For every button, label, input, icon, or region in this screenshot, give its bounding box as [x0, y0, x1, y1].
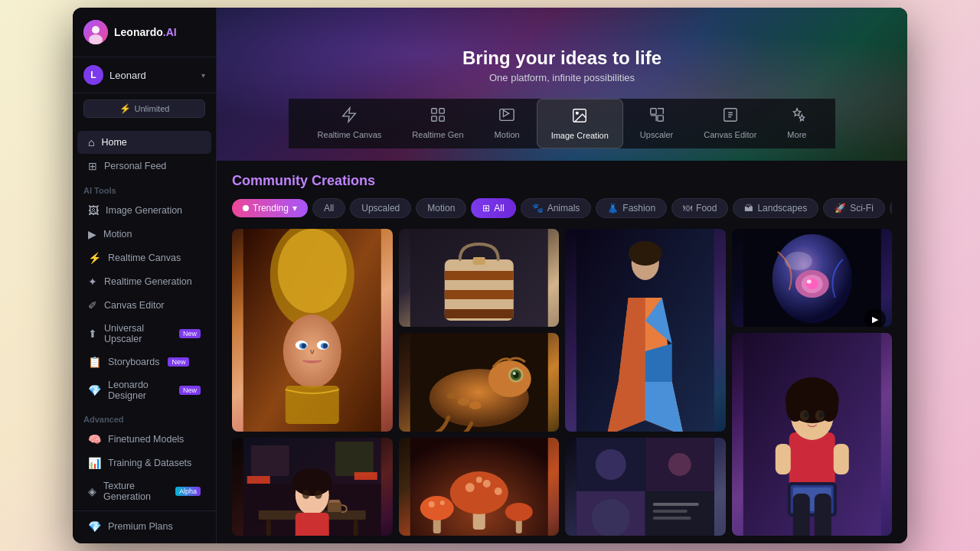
image-card-warrior[interactable]: [232, 229, 393, 432]
tab-motion[interactable]: Motion: [481, 99, 534, 148]
tab-more[interactable]: More: [773, 99, 820, 148]
sidebar-item-motion[interactable]: ▶ Motion: [77, 223, 211, 246]
svg-rect-80: [335, 442, 374, 476]
svg-point-49: [469, 402, 481, 409]
new-badge: New: [179, 329, 201, 338]
community-header: Community Creations: [232, 161, 892, 198]
trending-label: Trending: [253, 203, 289, 214]
plan-badge: ⚡ Unlimited: [83, 99, 205, 118]
svg-rect-82: [354, 472, 377, 480]
grid-icon: ⊞: [88, 160, 97, 172]
image-card-dress[interactable]: [565, 229, 726, 432]
ai-tools-title: AI Tools: [73, 178, 216, 198]
tab-label: Upscaler: [640, 130, 673, 139]
advanced-title: Advanced: [73, 407, 216, 427]
image-creation-icon: [571, 107, 588, 128]
sidebar-item-api-access[interactable]: 🔌 API Access: [77, 539, 211, 543]
svg-point-35: [784, 252, 812, 270]
sidebar-item-label: Personal Feed: [104, 161, 166, 171]
user-section[interactable]: L Leonard ▾: [73, 57, 216, 93]
all-default-filter[interactable]: All: [312, 198, 345, 218]
community-section: Community Creations Trending ▾ All Upsca…: [217, 161, 907, 543]
hero-section: Bring your ideas to life One platform, i…: [217, 8, 907, 161]
svg-point-97: [449, 471, 508, 514]
image-card-mushroom[interactable]: [399, 438, 560, 536]
svg-point-104: [668, 453, 691, 476]
sidebar-item-image-generation[interactable]: 🖼 Image Generation: [77, 199, 211, 222]
home-icon: ⌂: [88, 136, 94, 148]
tab-label: More: [787, 130, 806, 139]
svg-rect-10: [650, 109, 655, 114]
new-badge-storyboards: New: [168, 357, 189, 367]
image-card-anime-girl[interactable]: [732, 333, 893, 536]
image-card-bag[interactable]: [399, 229, 560, 327]
sidebar-item-texture-generation[interactable]: ◈ Texture Generation Alpha: [77, 475, 211, 507]
landscapes-filter[interactable]: 🏔 Landscapes: [733, 198, 818, 218]
sidebar-item-leonardo-designer[interactable]: 💎 Leonardo Designer New: [77, 374, 211, 406]
svg-point-76: [315, 490, 322, 499]
food-filter[interactable]: 🍽 Food: [671, 198, 728, 218]
sidebar-item-training-datasets[interactable]: 📊 Training & Datasets: [77, 452, 211, 474]
svg-point-47: [457, 398, 469, 406]
dataset-icon: 📊: [88, 457, 101, 469]
trending-filter[interactable]: Trending ▾: [232, 199, 308, 217]
play-button[interactable]: ▶: [864, 308, 886, 327]
sidebar-item-premium-plans[interactable]: 💎 Premium Plans: [77, 515, 211, 538]
tab-realtime-gen[interactable]: Realtime Gen: [398, 99, 477, 148]
svg-rect-66: [814, 494, 831, 536]
community-title-prefix: Community: [232, 173, 308, 188]
sidebar-item-home[interactable]: ⌂ Home: [77, 131, 211, 154]
community-title: Community Creations: [232, 173, 375, 189]
tab-image-creation[interactable]: Image Creation: [537, 99, 623, 148]
sci-fi-filter[interactable]: 🚀 Sci-Fi: [823, 198, 885, 218]
new-badge-designer: New: [179, 386, 201, 395]
plan-label: Unlimited: [135, 104, 170, 113]
tab-label: Realtime Gen: [412, 130, 463, 139]
sidebar-item-realtime-canvas[interactable]: ⚡ Realtime Canvas: [77, 246, 211, 269]
sidebar-item-personal-feed[interactable]: ⊞ Personal Feed: [77, 155, 211, 178]
fashion-icon: 👗: [607, 203, 619, 214]
svg-rect-3: [432, 109, 436, 113]
svg-rect-79: [251, 445, 289, 476]
image-card-bottom-right[interactable]: [565, 438, 726, 536]
svg-point-95: [505, 503, 532, 521]
image-card-digital-character[interactable]: [232, 438, 393, 536]
sidebar-item-label: Finetuned Models: [108, 434, 184, 445]
tab-realtime-canvas[interactable]: Realtime Canvas: [304, 99, 396, 148]
svg-point-1: [92, 26, 100, 34]
upscaler-icon: ⬆: [88, 328, 97, 340]
trending-chevron: ▾: [292, 203, 297, 214]
upscaler-tab-icon: [648, 106, 665, 127]
sidebar-item-storyboards[interactable]: 📋 Storyboards New: [77, 350, 211, 373]
svg-point-21: [302, 344, 306, 348]
vehicles-filter[interactable]: 🚗 Veh...: [890, 198, 892, 218]
tab-upscaler[interactable]: Upscaler: [626, 99, 687, 148]
upscaled-filter[interactable]: Upscaled: [350, 198, 411, 218]
animals-label: Animals: [547, 203, 580, 214]
sidebar-item-universal-upscaler[interactable]: ⬆ Universal Upscaler New: [77, 318, 211, 350]
svg-rect-61: [833, 444, 848, 474]
sidebar-item-label: Universal Upscaler: [104, 323, 171, 344]
sidebar-item-realtime-generation[interactable]: ✦ Realtime Generation: [77, 270, 211, 293]
image-card-3d-object[interactable]: ▶: [732, 229, 893, 327]
svg-point-46: [512, 372, 515, 375]
gen-icon: ✦: [88, 276, 97, 288]
logo-area: Leonardo.AI: [73, 8, 216, 57]
motion-filter[interactable]: Motion: [416, 198, 466, 218]
landscapes-icon: 🏔: [744, 203, 753, 214]
sidebar-item-finetuned-models[interactable]: 🧠 Finetuned Models: [77, 428, 211, 451]
fashion-filter[interactable]: 👗 Fashion: [596, 198, 667, 218]
svg-point-22: [323, 344, 328, 348]
animals-filter[interactable]: 🐾 Animals: [521, 198, 592, 218]
tab-label: Realtime Canvas: [318, 130, 382, 139]
image-card-chameleon[interactable]: [399, 333, 560, 431]
sidebar-item-label: Image Generation: [106, 205, 182, 216]
food-icon: 🍽: [683, 203, 692, 214]
sidebar-nav: ⌂ Home ⊞ Personal Feed AI Tools 🖼 Image …: [73, 124, 216, 543]
svg-point-15: [278, 229, 347, 313]
all-active-filter[interactable]: ⊞ All: [471, 198, 515, 218]
more-icon: [789, 106, 805, 127]
tab-canvas-editor[interactable]: Canvas Editor: [690, 99, 770, 148]
sidebar-item-canvas-editor[interactable]: ✐ Canvas Editor: [77, 294, 211, 317]
logo-avatar: [83, 20, 108, 44]
